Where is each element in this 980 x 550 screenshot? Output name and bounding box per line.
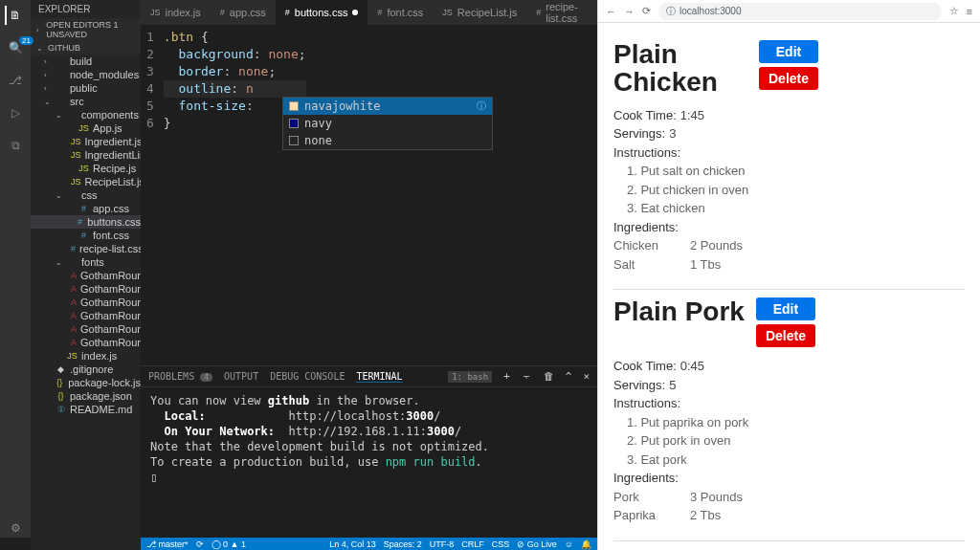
gear-icon[interactable]: ⚙ <box>6 518 25 538</box>
panel-tab-debug[interactable]: DEBUG CONSOLE <box>270 371 345 382</box>
bottom-panel: PROBLEMS 4 OUTPUT DEBUG CONSOLE TERMINAL… <box>141 365 597 538</box>
file-item[interactable]: JSApp.js <box>31 121 141 135</box>
back-icon[interactable]: ← <box>606 6 616 17</box>
file-item[interactable]: AGothamRoun <box>31 309 141 322</box>
browser-page: Plain ChickenEditDeleteCook Time: 1:45Se… <box>598 23 980 550</box>
reload-icon[interactable]: ⟳ <box>642 5 651 17</box>
line-gutter: 123456 <box>141 25 164 365</box>
file-item[interactable]: ◆.gitignore <box>31 363 141 376</box>
diagnostics[interactable]: ◯ 0 ▲ 1 <box>212 539 246 549</box>
browser-toolbar: ← → ⟳ ⓘlocalhost:3000 ☆ ≡ <box>598 0 980 23</box>
debug-icon[interactable]: ▷ <box>6 103 25 122</box>
panel-tabs: PROBLEMS 4 OUTPUT DEBUG CONSOLE TERMINAL… <box>141 366 597 387</box>
file-item[interactable]: {}package-lock.js <box>31 376 141 389</box>
address-bar[interactable]: ⓘlocalhost:3000 <box>658 3 942 20</box>
file-item[interactable]: JSRecipeList.js <box>31 175 141 188</box>
folder-item[interactable]: ⌄css <box>31 188 141 202</box>
workspace-root[interactable]: ⌄GITHUB <box>31 41 141 55</box>
file-item[interactable]: JSIngredient.js <box>31 135 141 148</box>
source-control-icon[interactable]: ⎇ <box>6 71 25 90</box>
panel-tab-output[interactable]: OUTPUT <box>224 371 258 382</box>
intellisense-popup[interactable]: navajowhiteⓘnavynone <box>282 97 493 150</box>
folder-item[interactable]: ⌄components <box>31 108 141 121</box>
files-icon[interactable]: 🗎 <box>5 6 24 25</box>
folder-item[interactable]: ›build <box>31 55 141 68</box>
open-editors-section[interactable]: ›OPEN EDITORS 1 UNSAVED <box>31 18 141 41</box>
encoding[interactable]: UTF-8 <box>430 539 455 549</box>
recipe-card: Plain ChickenEditDeleteCook Time: 1:45Se… <box>613 33 965 290</box>
file-item[interactable]: AGothamRoun <box>31 322 141 336</box>
file-item[interactable]: #recipe-list.css <box>31 242 141 255</box>
file-item[interactable]: ①README.md <box>31 403 141 416</box>
explorer-title: EXPLORER <box>31 0 141 18</box>
panel-tab-problems[interactable]: PROBLEMS 4 <box>148 371 212 382</box>
code-editor[interactable]: 123456 .btn { background: none; border: … <box>141 25 597 365</box>
intellisense-item[interactable]: navy <box>283 115 492 132</box>
terminal-selector[interactable]: 1: bash <box>448 371 492 383</box>
split-terminal-icon[interactable]: ⫟ <box>522 370 532 383</box>
activity-bar: 🗎 🔍 ⎇ ▷ ⧉ ⚙ 21 <box>0 0 31 538</box>
new-terminal-icon[interactable]: + <box>503 370 510 383</box>
explorer-sidebar: EXPLORER ›OPEN EDITORS 1 UNSAVED ⌄GITHUB… <box>31 0 141 550</box>
spaces[interactable]: Spaces: 2 <box>384 539 422 549</box>
chevron-up-icon[interactable]: ^ <box>566 370 572 383</box>
file-item[interactable]: AGothamRoun <box>31 269 141 282</box>
eol[interactable]: CRLF <box>461 539 484 549</box>
sync-icon[interactable]: ⟳ <box>196 539 204 549</box>
status-bar: ⎇ master* ⟳ ◯ 0 ▲ 1 Ln 4, Col 13 Spaces:… <box>141 538 597 550</box>
trash-icon[interactable]: 🗑 <box>544 370 554 383</box>
intellisense-item[interactable]: none <box>283 132 492 149</box>
editor-tab[interactable]: #font.css <box>368 0 433 25</box>
extensions-icon[interactable]: ⧉ <box>6 136 25 155</box>
delete-button[interactable]: Delete <box>759 67 818 90</box>
delete-button[interactable]: Delete <box>756 324 815 347</box>
close-icon[interactable]: × <box>583 370 590 383</box>
vscode-window: 🗎 🔍 ⎇ ▷ ⧉ ⚙ 21 EXPLORER ›OPEN EDITORS 1 … <box>0 0 597 550</box>
edit-button[interactable]: Edit <box>759 40 818 63</box>
panel-tab-terminal[interactable]: TERMINAL <box>356 371 402 383</box>
editor-tab[interactable]: #app.css <box>211 0 276 25</box>
folder-item[interactable]: ⌄fonts <box>31 255 141 269</box>
folder-item[interactable]: ›node_modules <box>31 68 141 81</box>
file-item[interactable]: JSIngredientLis <box>31 148 141 162</box>
recipe-title: Plain Chicken <box>613 40 747 97</box>
file-item[interactable]: AGothamRoun <box>31 296 141 309</box>
file-item[interactable]: {}package.json <box>31 389 141 403</box>
editor-tab[interactable]: #buttons.css <box>276 0 368 25</box>
file-item[interactable]: #buttons.css <box>31 215 141 229</box>
star-icon[interactable]: ☆ <box>949 5 959 17</box>
browser-window: ← → ⟳ ⓘlocalhost:3000 ☆ ≡ Plain ChickenE… <box>597 0 980 550</box>
folder-item[interactable]: ›public <box>31 81 141 95</box>
file-item[interactable]: AGothamRoun <box>31 336 141 349</box>
go-live[interactable]: ⊘ Go Live <box>517 539 557 549</box>
cursor-pos[interactable]: Ln 4, Col 13 <box>329 539 376 549</box>
editor-tab[interactable]: #recipe-list.css <box>526 0 597 25</box>
recipe-card: Plain PorkEditDeleteCook Time: 0:45Servi… <box>613 290 965 541</box>
file-item[interactable]: #font.css <box>31 229 141 242</box>
file-item[interactable]: JSRecipe.js <box>31 162 141 175</box>
edit-button[interactable]: Edit <box>756 297 815 320</box>
recipe-title: Plain Pork <box>613 297 745 325</box>
folder-item[interactable]: ⌄src <box>31 95 141 108</box>
editor-tab[interactable]: JSRecipeList.js <box>433 0 526 25</box>
terminal[interactable]: You can now view github in the browser. … <box>141 387 597 538</box>
file-item[interactable]: AGothamRoun <box>31 282 141 296</box>
forward-icon[interactable]: → <box>624 6 635 17</box>
file-item[interactable]: #app.css <box>31 202 141 215</box>
feedback-icon[interactable]: ☺ <box>565 539 573 549</box>
branch-indicator[interactable]: ⎇ master* <box>146 539 189 549</box>
file-item[interactable]: JSindex.js <box>31 349 141 363</box>
scm-badge: 21 <box>19 36 33 45</box>
lang-mode[interactable]: CSS <box>492 539 510 549</box>
bell-icon[interactable]: 🔔 <box>581 539 591 549</box>
menu-icon[interactable]: ≡ <box>967 6 972 17</box>
editor-tab[interactable]: JSindex.js <box>141 0 211 25</box>
editor-tabs: JSindex.js#app.css#buttons.css#font.cssJ… <box>141 0 597 25</box>
intellisense-item[interactable]: navajowhiteⓘ <box>283 98 492 115</box>
